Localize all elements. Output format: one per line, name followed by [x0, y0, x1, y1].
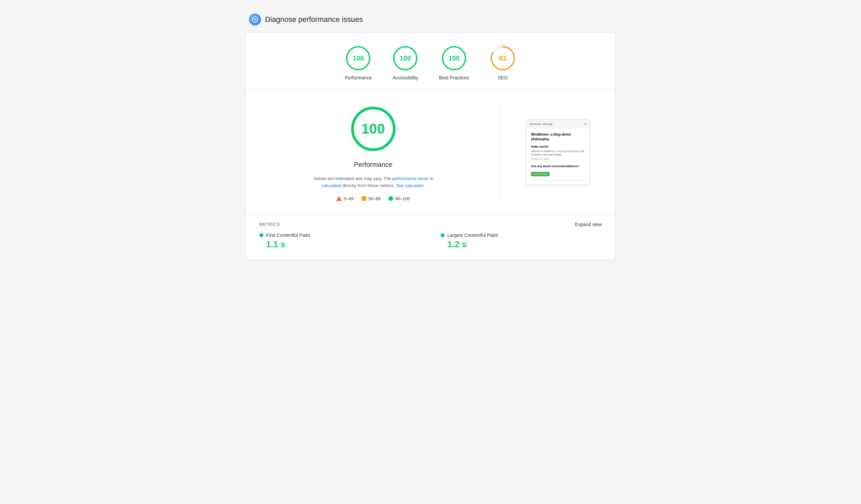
scores-row: 100 Performance 100 Accessibility [246, 33, 615, 90]
browser-bar: Mudassar Jahangir ≡ [527, 120, 590, 128]
detail-title: Performance [354, 161, 393, 168]
legend-orange-label: 50–89 [368, 196, 380, 201]
preview-post-title: Hello world! [531, 145, 585, 148]
metric-dot-lcp [441, 233, 445, 237]
score-item-best-practices[interactable]: 100 Best Practices [439, 45, 469, 80]
detail-divider [501, 104, 501, 201]
preview-main-heading: Mindblown: a blog about philosophy. [531, 132, 585, 142]
detail-section: 100 Performance Values are estimated and… [246, 90, 615, 215]
legend-green-icon [388, 196, 393, 201]
browser-content: Mindblown: a blog about philosophy. Hell… [527, 128, 590, 185]
detail-description: Values are estimated and may vary. The p… [310, 175, 437, 189]
metric-dot-fcp [259, 233, 263, 237]
diagnose-icon [251, 16, 258, 23]
big-score-value: 100 [361, 121, 385, 137]
legend-green-label: 90–100 [395, 196, 410, 201]
score-value-best-practices: 100 [448, 55, 460, 62]
metric-row-lcp: Largest Contentful Paint [441, 232, 602, 238]
browser-bar-title: Mudassar Jahangir [530, 122, 552, 125]
metrics-grid: First Contentful Paint 1.1 s Largest Con… [259, 232, 602, 250]
desc-post: . [423, 183, 425, 188]
metrics-section: METRICS Expand view First Contentful Pai… [246, 215, 615, 260]
score-circle-accessibility: 100 [392, 45, 419, 72]
legend-red-icon [336, 196, 342, 201]
browser-menu-icon: ≡ [584, 122, 586, 126]
legend-item-green: 90–100 [388, 196, 410, 201]
score-label-best-practices: Best Practices [439, 75, 469, 80]
main-card: 100 Performance 100 Accessibility [246, 32, 615, 260]
preview-cta-button: Get in Touch [531, 172, 549, 176]
preview-post-text: Welcome to WordPress. This is your first… [531, 150, 585, 156]
metrics-header: METRICS Expand view [259, 222, 602, 227]
score-value-seo: 83 [499, 55, 506, 62]
expand-view-button[interactable]: Expand view [575, 222, 602, 227]
score-item-performance[interactable]: 100 Performance [345, 45, 372, 80]
desc-mid: directly from these metrics. [341, 183, 396, 188]
score-value-performance: 100 [353, 55, 364, 62]
metrics-label: METRICS [259, 222, 280, 227]
page-icon [249, 13, 261, 26]
preview-cta-heading: Got any book recommendations? [531, 164, 585, 168]
legend-red-label: 0–49 [344, 196, 354, 201]
score-circle-seo: 83 [489, 45, 516, 72]
metric-row-fcp: First Contentful Paint [259, 232, 420, 238]
score-label-performance: Performance [345, 75, 372, 80]
browser-preview: Mudassar Jahangir ≡ Mindblown: a blog ab… [526, 120, 590, 185]
detail-right: Mudassar Jahangir ≡ Mindblown: a blog ab… [521, 104, 595, 201]
metric-value-lcp: 1.2 s [441, 239, 602, 250]
metric-item-fcp: First Contentful Paint 1.1 s [259, 232, 420, 250]
metric-name-lcp: Largest Contentful Paint [447, 232, 498, 238]
score-item-accessibility[interactable]: 100 Accessibility [392, 45, 419, 80]
score-item-seo[interactable]: 83 SEO [489, 45, 516, 80]
score-label-seo: SEO [498, 75, 508, 80]
score-circle-best-practices: 100 [441, 45, 467, 72]
preview-line [531, 180, 585, 181]
legend-item-orange: 50–89 [361, 196, 380, 201]
score-value-accessibility: 100 [400, 55, 411, 62]
desc-pre: Values are estimated and may vary. The [313, 176, 392, 181]
desc-link-see-calculator[interactable]: See calculator [396, 183, 423, 188]
score-label-accessibility: Accessibility [393, 75, 418, 80]
metric-item-lcp: Largest Contentful Paint 1.2 s [441, 232, 602, 250]
legend-item-red: 0–49 [336, 196, 354, 201]
page-title: Diagnose performance issues [265, 15, 363, 24]
preview-post-date: October 12, 2023 [531, 158, 585, 160]
legend-orange-icon [361, 196, 366, 201]
big-score-circle: 100 [348, 104, 398, 154]
metric-name-fcp: First Contentful Paint [266, 232, 310, 238]
score-legend: 0–49 50–89 90–100 [336, 196, 410, 201]
metric-value-fcp: 1.1 s [259, 239, 420, 250]
page-container: Diagnose performance issues 100 Performa… [246, 13, 615, 260]
page-header: Diagnose performance issues [246, 13, 615, 26]
score-circle-performance: 100 [345, 45, 372, 72]
detail-left: 100 Performance Values are estimated and… [266, 104, 480, 201]
